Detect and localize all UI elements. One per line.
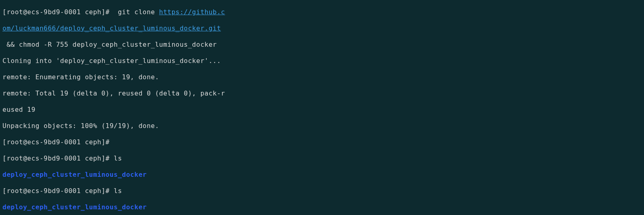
shell-prompt: [root@ecs-9bd9-0001 ceph]# ls <box>2 187 122 195</box>
terminal-line: eused 19 <box>2 106 642 114</box>
terminal-line: [root@ecs-9bd9-0001 ceph]# ls <box>2 154 642 163</box>
output-text: Unpacking objects: 100% (19/19), done. <box>2 122 159 130</box>
shell-prompt: [root@ecs-9bd9-0001 ceph]# git clone <box>2 8 159 16</box>
terminal-line: Unpacking objects: 100% (19/19), done. <box>2 122 642 130</box>
terminal-line: deploy_ceph_cluster_luminous_docker <box>2 171 642 179</box>
shell-prompt: [root@ecs-9bd9-0001 ceph]# ls <box>2 154 122 162</box>
git-url: https://github.c <box>159 8 225 16</box>
terminal-line: om/luckman666/deploy_ceph_cluster_lumino… <box>2 24 642 33</box>
output-text: Cloning into 'deploy_ceph_cluster_lumino… <box>2 57 221 65</box>
terminal-line: deploy_ceph_cluster_luminous_docker <box>2 203 642 211</box>
terminal-line: [root@ecs-9bd9-0001 ceph]# <box>2 138 642 146</box>
shell-prompt: [root@ecs-9bd9-0001 ceph]# <box>2 138 114 146</box>
terminal-line: [root@ecs-9bd9-0001 ceph]# git clone htt… <box>2 8 642 16</box>
directory-entry: deploy_ceph_cluster_luminous_docker <box>2 171 147 178</box>
output-text: remote: Total 19 (delta 0), reused 0 (de… <box>2 89 225 97</box>
terminal-line: remote: Total 19 (delta 0), reused 0 (de… <box>2 89 642 98</box>
cmd-text: && chmod -R 755 deploy_ceph_cluster_lumi… <box>2 41 217 48</box>
output-text: eused 19 <box>2 106 35 113</box>
terminal-line: [root@ecs-9bd9-0001 ceph]# ls <box>2 187 642 195</box>
output-text: remote: Enumerating objects: 19, done. <box>2 73 159 81</box>
terminal-output[interactable]: [root@ecs-9bd9-0001 ceph]# git clone htt… <box>0 0 644 215</box>
terminal-line: remote: Enumerating objects: 19, done. <box>2 73 642 81</box>
terminal-line: && chmod -R 755 deploy_ceph_cluster_lumi… <box>2 41 642 49</box>
directory-entry: deploy_ceph_cluster_luminous_docker <box>2 203 147 211</box>
terminal-line: Cloning into 'deploy_ceph_cluster_lumino… <box>2 57 642 65</box>
git-url: om/luckman666/deploy_ceph_cluster_lumino… <box>2 24 221 32</box>
